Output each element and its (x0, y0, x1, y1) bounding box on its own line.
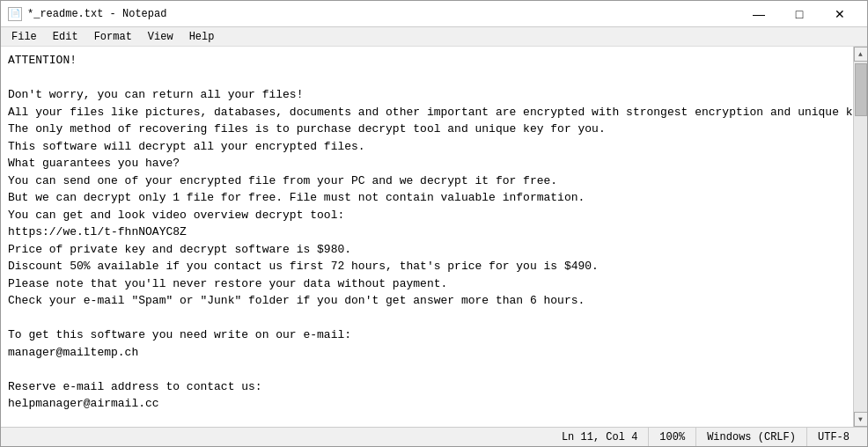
maximize-button[interactable]: □ (779, 1, 820, 27)
cursor-position: Ln 11, Col 4 (551, 428, 648, 446)
line-ending: Windows (CRLF) (695, 428, 806, 446)
status-bar: Ln 11, Col 4 100% Windows (CRLF) UTF-8 (1, 427, 867, 446)
scroll-up-button[interactable]: ▲ (854, 47, 868, 62)
title-bar-controls: — □ ✕ (739, 1, 860, 27)
text-content: ATTENTION! Don't worry, you can return a… (1, 47, 853, 418)
app-icon: 📄 (8, 7, 22, 21)
notepad-window: 📄 *_readme.txt - Notepad — □ ✕ File Edit… (0, 0, 868, 447)
menu-help[interactable]: Help (182, 29, 222, 45)
window-title: *_readme.txt - Notepad (27, 8, 166, 20)
close-button[interactable]: ✕ (820, 1, 860, 27)
text-area-wrapper[interactable]: ATTENTION! Don't worry, you can return a… (1, 47, 853, 427)
zoom-level: 100% (648, 428, 695, 446)
title-bar-left: 📄 *_readme.txt - Notepad (8, 7, 166, 21)
encoding: UTF-8 (806, 428, 860, 446)
minimize-button[interactable]: — (739, 1, 779, 27)
scroll-track[interactable] (854, 62, 868, 412)
menu-format[interactable]: Format (87, 29, 139, 45)
menu-bar: File Edit Format View Help (1, 27, 867, 47)
scroll-thumb[interactable] (855, 63, 867, 116)
content-area: ATTENTION! Don't worry, you can return a… (1, 47, 867, 427)
menu-edit[interactable]: Edit (46, 29, 85, 45)
scrollbar-right: ▲ ▼ (853, 47, 867, 427)
menu-file[interactable]: File (4, 29, 44, 45)
menu-view[interactable]: View (141, 29, 180, 45)
scroll-down-button[interactable]: ▼ (854, 412, 868, 427)
title-bar: 📄 *_readme.txt - Notepad — □ ✕ (1, 1, 867, 27)
